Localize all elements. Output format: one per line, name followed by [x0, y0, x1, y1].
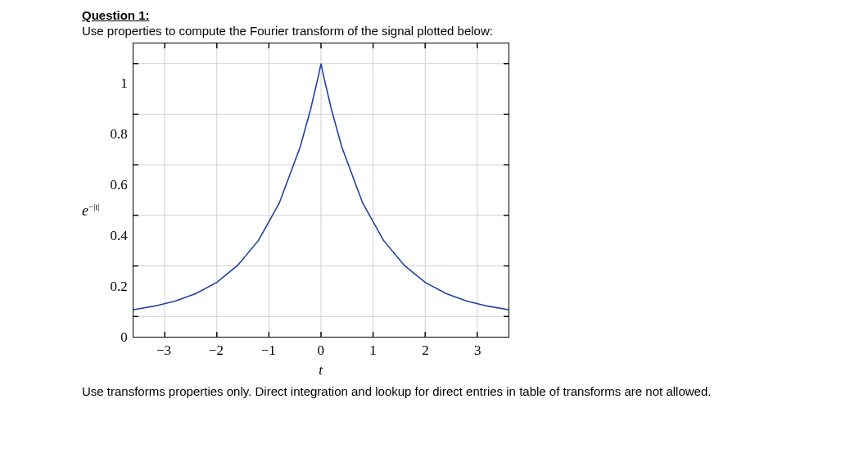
question-prompt: Use properties to compute the Fourier tr…	[82, 24, 868, 38]
y-axis-label: e−|t|	[82, 202, 100, 220]
y-tick-label: 0.8	[110, 126, 127, 143]
x-tick-label: 0	[317, 342, 324, 359]
y-tick-label: 1	[120, 75, 128, 92]
page-root: Question 1: Use properties to compute th…	[0, 0, 868, 467]
y-tick-label: 0.2	[110, 279, 127, 295]
x-axis-label: t	[319, 362, 323, 379]
x-tick-label: −3	[156, 342, 171, 359]
x-tick-label: 1	[369, 342, 377, 359]
gridlines	[133, 43, 509, 337]
x-tick-label: 3	[474, 342, 481, 359]
y-tick-label: 0	[120, 329, 128, 346]
plot-area	[133, 43, 509, 338]
x-tick-label: −2	[209, 342, 224, 359]
question-footer: Use transforms properties only. Direct i…	[82, 383, 819, 400]
y-tick-label: 0.4	[110, 228, 127, 244]
plot-column: −3−2−10123 t	[133, 43, 509, 379]
x-tick-row: −3−2−10123	[133, 342, 509, 360]
question-title: Question 1:	[82, 8, 150, 22]
question-heading: Question 1:	[82, 8, 868, 22]
chart-container: e−|t| 00.20.40.60.81 −3−2−10123 t	[82, 43, 868, 379]
x-tick-label: 2	[422, 342, 429, 359]
chart-svg	[133, 43, 509, 337]
y-tick-column: 00.20.40.60.81	[105, 63, 133, 358]
x-tick-label: −1	[261, 342, 276, 359]
y-tick-label: 0.6	[110, 177, 127, 193]
